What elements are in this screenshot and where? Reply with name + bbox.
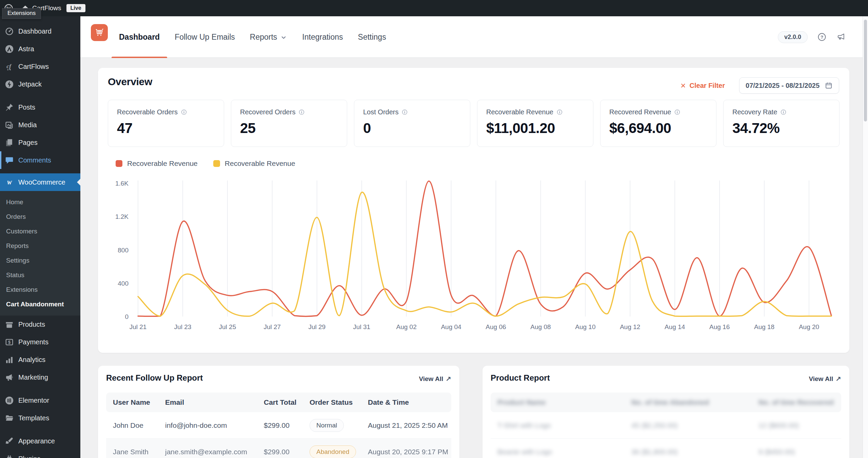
stat-value: 47 (117, 120, 215, 136)
cell-datetime: August 20, 2025 9:17 PM (368, 448, 451, 456)
sidebar-subitem-orders[interactable]: Orders (0, 209, 80, 224)
tab-label: Follow Up Emails (175, 33, 235, 42)
sidebar-subitem-status[interactable]: Status (0, 268, 80, 282)
tab-label: Dashboard (119, 33, 160, 42)
sidebar-item-templates[interactable]: Templates (0, 409, 80, 427)
stat-card-recoverable-orders: Recoverable Orders47 (108, 100, 224, 147)
table-row: Jane Smithjane.smith@example.com$299.00A… (106, 439, 451, 458)
legend-label: Recoverable Revenue (127, 159, 198, 168)
sidebar-item-media[interactable]: Media (0, 116, 80, 134)
tab-label: Integrations (302, 33, 343, 42)
main-content: DashboardFollow Up EmailsReportsIntegrat… (80, 16, 868, 458)
sidebar-item-plugins[interactable]: Plugins (0, 450, 80, 458)
astra-icon (5, 44, 14, 54)
sidebar-item-products[interactable]: Products (0, 316, 80, 333)
plugin-nav-tabs: DashboardFollow Up EmailsReportsIntegrat… (112, 16, 394, 58)
scrollbar-thumb[interactable] (864, 20, 867, 121)
sidebar-item-payments[interactable]: $Payments (0, 333, 80, 351)
product-view-all-button[interactable]: View All ↗ (809, 375, 841, 383)
version-badge[interactable]: v2.0.0 (778, 31, 808, 43)
stat-value: $11,001.20 (486, 120, 584, 136)
sidebar-item-label: Jetpack (18, 80, 42, 88)
pages-icon (5, 138, 14, 147)
x-tick-label: Aug 16 (709, 323, 730, 330)
tab-reports[interactable]: Reports (242, 16, 295, 58)
sidebar-item-marketing[interactable]: Marketing (0, 368, 80, 386)
info-icon[interactable] (556, 109, 563, 115)
revenue-chart-svg: Jul 21Jul 23Jul 25Jul 27Jul 29Jul 31Aug … (107, 176, 840, 336)
plug-icon (5, 454, 14, 458)
tab-dashboard[interactable]: Dashboard (112, 16, 167, 58)
column-header-email: Email (165, 398, 264, 406)
stat-header: Lost Orders (363, 108, 461, 116)
table-row: Beanie with Logo36 ($1,800.00)9 ($450.00… (491, 439, 841, 458)
legend-item-1[interactable]: Recoverable Revenue (213, 159, 295, 168)
clear-filter-button[interactable]: × Clear Filter (680, 81, 725, 90)
live-badge[interactable]: Live (66, 4, 85, 12)
sidebar-item-cartflows[interactable]: cfCartFlows (0, 58, 80, 75)
x-tick-label: Jul 31 (353, 323, 370, 330)
sidebar-subitem-extensions[interactable]: Extensions (0, 282, 80, 297)
overview-card: Overview × Clear Filter 07/21/2025 - 08/… (98, 68, 849, 353)
stat-label: Lost Orders (363, 108, 398, 116)
y-tick-label: 0 (125, 313, 129, 320)
sidebar-subitem-reports[interactable]: Reports (0, 238, 80, 253)
sidebar-subitem-cart-abandonment[interactable]: Cart Abandonment (0, 297, 80, 311)
sidebar-item-pages[interactable]: Pages (0, 134, 80, 151)
external-arrow-icon: ↗ (835, 375, 841, 383)
stat-value: $6,694.00 (609, 120, 707, 136)
stat-card-lost-orders: Lost Orders0 (354, 100, 470, 147)
y-tick-label: 800 (118, 247, 129, 254)
sidebar-item-analytics[interactable]: Analytics (0, 351, 80, 368)
sidebar-item-dashboard[interactable]: Dashboard (0, 22, 80, 40)
sidebar-item-posts[interactable]: Posts (0, 98, 80, 116)
x-tick-label: Jul 23 (174, 323, 192, 330)
sidebar-subitem-settings[interactable]: Settings (0, 253, 80, 268)
sidebar-item-label: CartFlows (18, 63, 49, 71)
sidebar-item-astra[interactable]: Astra (0, 40, 80, 58)
sidebar-item-appearance[interactable]: Appearance (0, 432, 80, 450)
info-icon[interactable] (298, 109, 305, 115)
scrollbar-track[interactable] (863, 16, 868, 458)
legend-item-0[interactable]: Recoverable Revenue (116, 159, 198, 168)
sidebar-item-label: Plugins (18, 455, 41, 458)
tab-integrations[interactable]: Integrations (295, 16, 350, 58)
tab-label: Reports (250, 33, 277, 42)
tab-settings[interactable]: Settings (351, 16, 394, 58)
elementor-icon (5, 396, 14, 405)
followup-view-all-button[interactable]: View All ↗ (419, 375, 451, 383)
tab-follow-up-emails[interactable]: Follow Up Emails (167, 16, 242, 58)
cell-email: info@john-doe.com (165, 421, 264, 430)
announcement-megaphone-icon[interactable] (836, 32, 846, 42)
sidebar-item-label: Products (18, 321, 45, 328)
sidebar-item-woocommerce[interactable]: WWooCommerce (0, 173, 80, 191)
cell-1: 36 ($1,800.00) (631, 448, 758, 456)
sidebar-item-jetpack[interactable]: Jetpack (0, 75, 80, 93)
info-icon[interactable] (780, 109, 787, 115)
stat-label: Recovery Rate (732, 108, 777, 116)
x-tick-label: Aug 02 (396, 323, 416, 330)
info-icon[interactable] (674, 109, 680, 115)
help-icon[interactable]: ? (817, 32, 827, 42)
cell-user-name: John Doe (113, 421, 165, 430)
cell-2: 9 ($450.00) (758, 448, 841, 456)
info-icon[interactable] (401, 109, 408, 115)
sidebar-subitem-home[interactable]: Home (0, 195, 80, 209)
x-tick-label: Aug 10 (575, 323, 595, 330)
stat-label: Recoverable Revenue (486, 108, 553, 116)
folder-icon (5, 414, 14, 423)
column-header-cart-total: Cart Total (264, 398, 310, 406)
cell-2: 12 ($600.00) (758, 421, 841, 430)
stat-card-recovery-rate: Recovery Rate34.72% (723, 100, 840, 147)
sidebar-item-elementor[interactable]: Elementor (0, 392, 80, 409)
sidebar-item-comments[interactable]: Comments (0, 151, 80, 169)
sidebar-subitem-customers[interactable]: Customers (0, 224, 80, 238)
info-icon[interactable] (181, 109, 187, 115)
pin-icon (5, 103, 14, 112)
jetpack-icon (5, 80, 14, 89)
stats-row: Recoverable Orders47Recovered Orders25Lo… (108, 100, 840, 147)
product-report-title: Product Report (491, 373, 550, 383)
wp-admin-sidebar: DashboardAstracfCartFlowsJetpack PostsMe… (0, 16, 80, 458)
date-range-picker[interactable]: 07/21/2025 - 08/21/2025 (739, 77, 839, 94)
svg-text:W: W (7, 179, 12, 186)
